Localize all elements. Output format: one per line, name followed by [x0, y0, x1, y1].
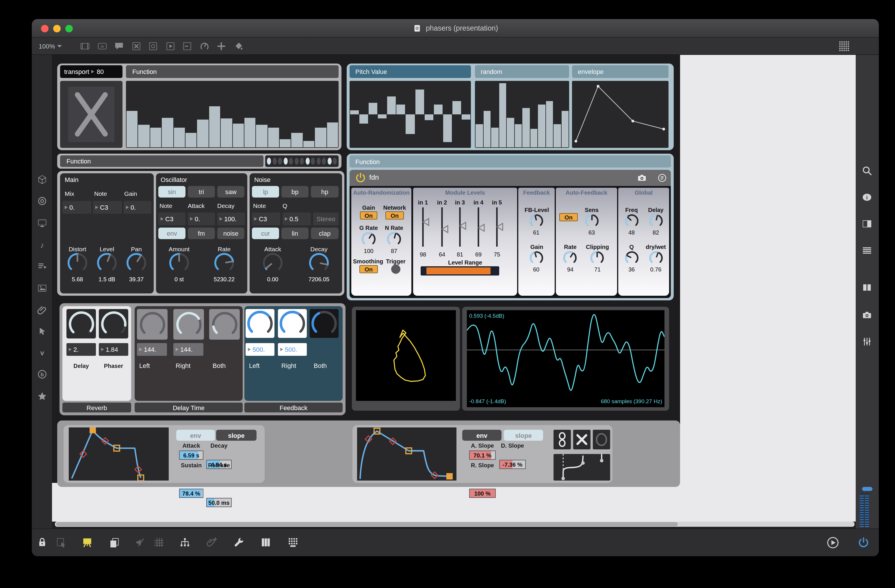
reverb-delay-numbox[interactable]: 2. [67, 343, 96, 356]
multislider-bar[interactable] [514, 124, 522, 147]
multislider-bar[interactable] [232, 124, 244, 147]
sin-button[interactable]: sin [158, 186, 185, 197]
multislider-bar[interactable] [483, 111, 490, 147]
hierarchy-icon[interactable] [179, 536, 191, 549]
message-box-icon[interactable]: m [96, 41, 108, 52]
multislider-bar[interactable] [256, 125, 267, 148]
transport-box[interactable]: transport 80 [60, 65, 123, 78]
patcher-windows-icon[interactable] [108, 536, 121, 549]
module-level-sliders[interactable] [413, 206, 517, 248]
lin-button[interactable]: lin [281, 227, 308, 239]
pan-knob[interactable] [126, 252, 147, 276]
multislider-bar[interactable] [209, 106, 220, 147]
amount-knob[interactable] [169, 252, 190, 276]
noise-q-numbox[interactable]: 0.5 [282, 212, 311, 225]
reverb-delay-knob[interactable] [68, 311, 94, 339]
env-tab[interactable]: env [176, 430, 215, 441]
multislider-bar[interactable] [462, 82, 470, 147]
multislider-bar[interactable] [126, 111, 138, 147]
mix-numbox[interactable]: 0. [62, 201, 91, 214]
preset-dot-active[interactable] [284, 158, 287, 165]
a-slope-field[interactable]: 70.1 % [469, 450, 496, 460]
favorites-icon[interactable] [36, 391, 48, 402]
fm-button[interactable]: fm [188, 227, 215, 239]
multislider-bar[interactable] [197, 120, 209, 147]
objects-icon[interactable] [36, 174, 48, 185]
slope-tab[interactable]: slope [216, 430, 256, 441]
env-tab-right[interactable]: env [462, 430, 502, 441]
multislider-bar[interactable] [268, 128, 279, 147]
lp-button[interactable]: lp [252, 186, 279, 197]
attach-file-icon[interactable] [206, 536, 218, 549]
piano-icon[interactable] [259, 536, 272, 549]
device-power-icon[interactable] [354, 171, 367, 184]
info-icon[interactable]: i [861, 191, 873, 203]
multislider-bar[interactable] [546, 101, 553, 147]
gain-numbox[interactable]: 0. [124, 201, 152, 214]
multislider-bar[interactable] [397, 82, 405, 147]
rings-icon[interactable] [36, 195, 48, 207]
multislider-bar[interactable] [291, 133, 303, 147]
attack-field[interactable]: 6.59 s [179, 450, 203, 460]
select-region-icon[interactable] [55, 536, 68, 549]
distort-knob[interactable] [67, 252, 88, 276]
multislider-bar[interactable] [185, 133, 197, 147]
clap-button[interactable]: clap [311, 227, 338, 239]
add-object-icon[interactable] [215, 41, 227, 52]
step-sequencer-icon[interactable] [287, 536, 299, 549]
clipping-knob[interactable] [590, 251, 604, 267]
play-icon[interactable] [826, 535, 840, 550]
delay-right-knob[interactable] [175, 311, 202, 340]
search-icon[interactable] [861, 165, 873, 177]
multislider-bar[interactable] [162, 118, 173, 147]
noise-decay-knob[interactable] [308, 252, 329, 276]
multislider-bar[interactable] [507, 118, 514, 147]
inspector-icon[interactable] [861, 218, 873, 230]
patcher-grid-icon[interactable] [838, 40, 851, 53]
multislider-bar[interactable] [360, 82, 368, 147]
image-icon[interactable] [36, 282, 48, 294]
multislider-bar[interactable] [522, 108, 529, 147]
noise-note-numbox[interactable]: C3 [252, 212, 280, 225]
preset-dot[interactable] [333, 158, 337, 165]
afb-rate-knob[interactable] [563, 251, 577, 267]
snapshot-camera-icon[interactable] [636, 172, 648, 184]
network-on-toggle[interactable]: On [385, 211, 404, 220]
button-icon[interactable] [147, 41, 159, 52]
multislider-bar[interactable] [554, 124, 561, 147]
g-rate-knob[interactable] [361, 232, 376, 249]
noise-button[interactable]: noise [217, 227, 244, 239]
preset-dot[interactable] [322, 158, 326, 165]
reference-icon[interactable] [861, 281, 873, 293]
r-slope-field[interactable]: 100 % [469, 489, 496, 498]
preset-dot[interactable] [300, 158, 304, 165]
tri-button[interactable]: tri [188, 186, 215, 197]
multislider-bar[interactable] [561, 111, 569, 147]
display-icon[interactable] [36, 217, 48, 229]
beap-icon[interactable]: b [36, 368, 48, 380]
zoom-control[interactable]: 100% [39, 38, 62, 55]
preset-dot-active[interactable] [267, 158, 271, 165]
multislider-bar[interactable] [378, 82, 387, 147]
object-box-icon[interactable] [79, 41, 91, 52]
adsr-envelope-display[interactable] [69, 427, 169, 480]
multislider-bar[interactable] [369, 82, 377, 147]
multislider-bar[interactable] [280, 139, 291, 147]
paint-mode-icon[interactable] [232, 41, 244, 52]
routing-display[interactable] [554, 454, 610, 480]
playlist-icon[interactable] [36, 261, 48, 272]
bp-button[interactable]: bp [281, 186, 308, 197]
drywet-knob[interactable] [649, 251, 663, 267]
preset-dot[interactable] [272, 158, 276, 165]
random-multislider[interactable] [475, 81, 569, 148]
power-icon[interactable] [857, 536, 870, 549]
feedback-right-knob[interactable] [279, 310, 306, 339]
snapshot-icon[interactable] [861, 309, 873, 321]
preset-dot[interactable] [289, 158, 293, 165]
multislider-bar[interactable] [499, 83, 506, 147]
slope-tab-right[interactable]: slope [504, 430, 543, 441]
multislider-bar[interactable] [303, 141, 315, 147]
presentation-icon[interactable] [81, 536, 94, 549]
preset-dot-active[interactable] [305, 158, 309, 165]
saw-button[interactable]: saw [217, 186, 244, 197]
